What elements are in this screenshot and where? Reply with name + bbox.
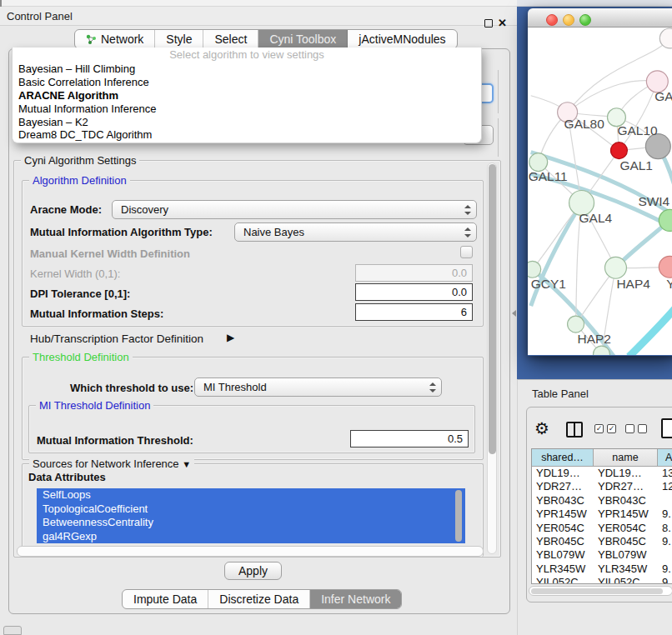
algorithm-definition-title: Algorithm Definition [29, 174, 130, 187]
dropdown-item[interactable]: Bayesian – K2 [13, 116, 481, 129]
tab-jactivemnodules[interactable]: jActiveMNodules [348, 30, 456, 48]
dropdown-item[interactable]: Bayesian – Hill Climbing [13, 62, 481, 76]
kernel-width-label: Kernel Width (0,1): [30, 268, 120, 280]
attributes-scrollbar-thumb[interactable] [455, 490, 462, 542]
stepper-arrows-icon [464, 227, 471, 238]
hub-definition-toggle[interactable]: Hub/Transcription Factor Definition [30, 332, 203, 345]
network-node-gcy1[interactable] [528, 261, 541, 278]
network-node-gray[interactable] [645, 134, 670, 159]
network-node-salmon[interactable] [659, 256, 672, 278]
attribute-item-selected[interactable]: SelfLoops [37, 488, 465, 502]
tab-infer-network[interactable]: Infer Network [310, 590, 401, 608]
float-window-icon[interactable] [484, 19, 493, 28]
gear-icon[interactable]: ⚙ [534, 420, 549, 437]
table-row[interactable]: YER054C YER054C 8. [532, 522, 672, 535]
mi-algorithm-type-label: Mutual Information Algorithm Type: [30, 226, 213, 238]
network-window-titlebar[interactable] [528, 8, 672, 28]
control-panel: Control Panel ✕ Network Style Select Cyn… [0, 0, 517, 635]
aracne-mode-label: Aracne Mode: [30, 203, 102, 216]
mi-threshold-label: Mutual Information Threshold: [37, 434, 193, 447]
kernel-width-field[interactable]: 0.0 [355, 264, 473, 282]
mi-steps-field[interactable]: 6 [355, 303, 473, 321]
dpi-tolerance-label: DPI Tolerance [0,1]: [30, 288, 130, 300]
table-row[interactable]: YBR043C YBR043C [532, 494, 672, 508]
network-view-window[interactable]: GAL GAL80 GAL10 GAL1 GAL11 GAL4 SWI4 GCY… [528, 8, 672, 356]
dock-icon[interactable] [3, 626, 22, 635]
sources-group-title[interactable]: Sources for Network Inference ▼ [29, 458, 194, 470]
zoom-traffic-light[interactable] [579, 14, 591, 26]
table-row[interactable]: YDR27… YDR27… 12 [532, 480, 672, 493]
algorithm-dropdown: Select algorithm to view settings Bayesi… [12, 48, 482, 143]
node-label: HAP4 [616, 277, 650, 291]
tab-cyni-toolbox[interactable]: Cyni Toolbox [258, 30, 348, 48]
table-row[interactable]: YPR145W YPR145W 9. [532, 508, 672, 521]
panel-title: Control Panel [7, 10, 73, 22]
table-row[interactable]: YDL19… YDL19… 13 [532, 467, 672, 480]
node-label: HAP2 [578, 332, 611, 346]
minimize-traffic-light[interactable] [563, 14, 574, 26]
mi-algorithm-type-combo[interactable]: Naive Bayes [234, 222, 477, 242]
network-node-hap4[interactable] [604, 257, 626, 278]
attribute-item-selected[interactable]: gal4RGexp [37, 530, 465, 544]
which-threshold-combo[interactable]: MI Threshold [194, 378, 442, 397]
network-desktop: GAL GAL80 GAL10 GAL1 GAL11 GAL4 SWI4 GCY… [517, 0, 672, 379]
tab-style[interactable]: Style [155, 30, 203, 48]
table-row[interactable]: YBL079W YBL079W [532, 548, 672, 562]
network-node-hap2[interactable] [568, 316, 584, 332]
node-attribute-table: shared… name A YDL19… YDL19… 13 YDR27… Y… [531, 448, 672, 584]
close-icon[interactable]: ✕ [498, 17, 507, 29]
table-row[interactable]: YBR045C YBR045C 9. [532, 535, 672, 548]
node-label: Y [666, 277, 672, 291]
table-hscrollbar[interactable] [529, 586, 672, 596]
file-icon[interactable] [661, 418, 672, 438]
close-traffic-light[interactable] [546, 14, 558, 26]
dropdown-item[interactable]: Mutual Information Inference [13, 102, 481, 116]
mi-threshold-field[interactable]: 0.5 [350, 430, 469, 448]
attributes-hscrollbar[interactable] [17, 546, 484, 557]
network-canvas[interactable]: GAL GAL80 GAL10 GAL1 GAL11 GAL4 SWI4 GCY… [528, 28, 672, 355]
expand-arrow-icon[interactable]: ▶ [227, 332, 234, 343]
column-header-partial[interactable]: A [658, 449, 672, 466]
table-row[interactable]: YLR345W YLR345W 9. [532, 562, 672, 576]
apply-button[interactable]: Apply [224, 562, 282, 580]
dropdown-placeholder: Select algorithm to view settings [13, 48, 481, 62]
column-header-name[interactable]: name [594, 449, 658, 466]
node-label: GAL [654, 89, 672, 103]
table-panel-title: Table Panel [532, 388, 589, 400]
dropdown-item[interactable]: Basic Correlation Inference [13, 76, 481, 89]
column-header-shared-name[interactable]: shared… [532, 449, 594, 466]
stepper-arrows-icon [464, 204, 471, 216]
deselect-all-checkboxes-icon[interactable] [625, 424, 647, 433]
aracne-mode-combo[interactable]: Discovery [112, 200, 477, 219]
dropdown-item[interactable]: Dream8 DC_TDC Algorithm [13, 128, 481, 142]
tab-select[interactable]: Select [203, 30, 258, 48]
tab-impute-data[interactable]: Impute Data [123, 590, 208, 608]
select-all-checkboxes-icon[interactable]: ✓ ✓ [594, 424, 616, 433]
data-attributes-label: Data Attributes [28, 471, 106, 483]
table-hscrollbar-thumb[interactable] [531, 588, 663, 594]
stepper-arrows-icon [429, 382, 436, 393]
attribute-item-selected[interactable]: BetweennessCentrality [37, 516, 465, 530]
settings-scrollbar-thumb[interactable] [489, 164, 496, 454]
node-label: GAL4 [579, 211, 613, 225]
dropdown-item-selected[interactable]: ARACNE Algorithm [13, 89, 481, 102]
network-node[interactable] [659, 28, 672, 48]
manual-kernel-width-checkbox[interactable] [460, 246, 473, 258]
tab-network[interactable]: Network [75, 30, 155, 48]
which-threshold-label: Which threshold to use: [70, 382, 193, 394]
columns-icon[interactable] [566, 422, 583, 438]
mi-threshold-group-title: MI Threshold Definition [36, 399, 153, 412]
splitpane-handle[interactable] [512, 310, 516, 317]
threshold-definition-title: Threshold Definition [29, 351, 133, 363]
table-row-clipped[interactable]: YIL052C YIL052C 9 [532, 576, 672, 584]
network-node-gal1-selected[interactable] [610, 142, 627, 159]
screenshot-root: Control Panel ✕ Network Style Select Cyn… [0, 0, 672, 635]
table-panel: Table Panel ⚙ ✓ ✓ shared… name A YDL19… … [517, 379, 672, 635]
node-label: SWI4 [638, 194, 669, 208]
tab-discretize-data[interactable]: Discretize Data [208, 590, 310, 608]
attribute-item-selected[interactable]: TopologicalCoefficient [37, 502, 465, 517]
top-strip [517, 0, 672, 7]
settings-group-title: Cyni Algorithm Settings [21, 154, 139, 167]
top-strip [0, 0, 517, 7]
dpi-tolerance-field[interactable]: 0.0 [355, 283, 473, 301]
